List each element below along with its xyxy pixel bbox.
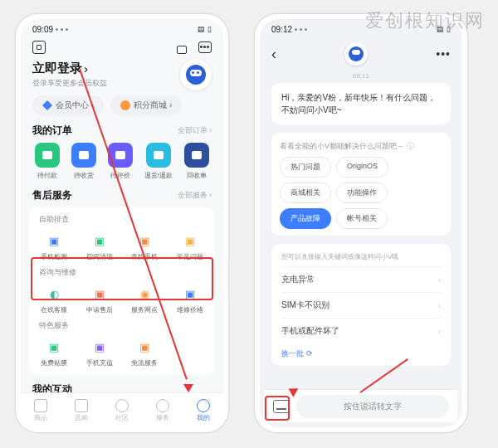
recharge-icon: ▣: [90, 338, 109, 356]
login-block[interactable]: 立即登录 登录享受更多会员权益: [32, 61, 107, 89]
points-mall-pill[interactable]: 积分商城 ›: [110, 95, 182, 115]
chip-account[interactable]: 帐号相关: [336, 208, 388, 229]
order-recycle[interactable]: 回收单: [184, 143, 209, 180]
keyboard-icon[interactable]: [273, 400, 290, 413]
person-icon: [197, 399, 210, 412]
aftersale-more-link[interactable]: 全部服务: [178, 190, 212, 201]
tab-community[interactable]: 社区: [115, 399, 129, 422]
suggest-card: 看看全能的小V都能解决什么问题吧～ⓘ 热门问题 OriginOS 商城相关 功能…: [271, 133, 451, 236]
apply-aftersale[interactable]: ▣申请售后: [78, 281, 122, 318]
tab-bar: 商品 选购 社区 服务 我的: [21, 392, 223, 427]
faq-sim[interactable]: SIM卡不识别: [281, 292, 441, 318]
chip-originos[interactable]: OriginOS: [336, 157, 388, 178]
phone-right: 09:12 ▤ ▯ ‹ ••• 09:11 Hi，亲爱的V粉，新年快乐！有什么问…: [254, 13, 468, 433]
input-bar: 按住说话转文字: [265, 389, 457, 422]
chat-time: 09:11: [260, 69, 462, 83]
consult-repair-label: 咨询与维修: [32, 267, 212, 281]
cart-icon[interactable]: [175, 41, 188, 54]
robot-icon: [186, 65, 206, 85]
order-pending-pay[interactable]: 待付款: [35, 143, 60, 180]
wallet-icon: [35, 143, 60, 168]
suggest-heading: 看看全能的小V都能解决什么问题吧～ⓘ: [280, 141, 442, 152]
login-title: 立即登录: [32, 61, 107, 76]
tab-service[interactable]: 服务: [156, 399, 169, 422]
tab-products[interactable]: 商品: [34, 399, 47, 422]
orders-title: 我的订单: [32, 124, 72, 138]
form-icon: ▣: [90, 285, 109, 303]
faq[interactable]: ▣常见问题: [168, 228, 212, 265]
aftersale-card: 自助排查 ▣手机检测 ▣空间清理 ▣查找手机 ▣常见问题 咨询与维修 ◐在线客服…: [29, 207, 215, 374]
orders-more-link[interactable]: 全部订单: [178, 125, 212, 136]
status-bar-2: 09:12 ▤ ▯: [260, 19, 462, 36]
home-icon: [34, 399, 47, 412]
refresh-button[interactable]: 换一批: [281, 343, 441, 361]
avatar[interactable]: [180, 59, 212, 90]
order-pending-review[interactable]: 待评价: [108, 143, 133, 180]
tab-mine[interactable]: 我的: [197, 399, 210, 422]
status-time: 09:09: [32, 25, 53, 34]
order-pending-receive[interactable]: 待收货: [71, 143, 96, 180]
location-icon: ◉: [135, 285, 154, 303]
coin-icon: [120, 100, 130, 110]
settings-icon[interactable]: [32, 41, 46, 54]
clean-icon: ▣: [90, 231, 109, 250]
community-icon: [115, 399, 129, 412]
list-hint: 您可以直接输入关键词或像这样问小V哦: [281, 249, 441, 266]
aftersale-title: 售后服务: [32, 188, 72, 202]
robot-icon-small: [349, 46, 364, 61]
chip-hot[interactable]: 热门问题: [280, 157, 331, 178]
login-subtitle: 登录享受更多会员权益: [32, 78, 107, 89]
truck-icon: [71, 143, 96, 168]
message-icon[interactable]: [198, 41, 212, 53]
chat-avatar[interactable]: [344, 42, 368, 66]
chip-fault[interactable]: 产品故障: [280, 208, 331, 229]
tab-shop[interactable]: 选购: [75, 399, 88, 422]
headset-icon: ◐: [45, 285, 63, 303]
selfhelp-label: 自助排查: [32, 214, 212, 228]
bag-icon: [75, 399, 88, 412]
phone-check[interactable]: ▣手机检测: [32, 228, 76, 265]
find-phone[interactable]: ▣查找手机: [123, 228, 167, 265]
chip-mall[interactable]: 商城相关: [280, 183, 331, 203]
price-icon: ▣: [181, 285, 199, 303]
back-button[interactable]: ‹: [271, 46, 276, 63]
free-data[interactable]: ▣免流服务: [123, 334, 167, 371]
service-icon: [156, 399, 169, 412]
data-icon: ▣: [135, 338, 154, 356]
status-time-2: 09:12: [271, 25, 292, 34]
more-button[interactable]: •••: [436, 47, 451, 61]
faq-list-card: 您可以直接输入关键词或像这样问小V哦 充电异常 SIM卡不识别 手机或配件坏了 …: [271, 244, 451, 366]
online-service[interactable]: ◐在线客服: [32, 281, 76, 318]
voice-input-button[interactable]: 按住说话转文字: [296, 395, 449, 418]
free-film[interactable]: ▣免费贴膜: [32, 334, 76, 371]
special-service-label: 特色服务: [32, 320, 212, 334]
status-indicators-2: ▤ ▯: [437, 25, 451, 33]
phone-recharge[interactable]: ▣手机充值: [78, 334, 122, 371]
greeting-bubble: Hi，亲爱的V粉，新年快乐！有什么问题，不妨问问小V吧~: [271, 83, 451, 124]
film-icon: ▣: [45, 338, 63, 356]
diamond-icon: [42, 100, 52, 110]
faq-broken[interactable]: 手机或配件坏了: [281, 318, 441, 343]
faq-icon: ▣: [181, 231, 199, 250]
phone-left: 09:09 ▤ ▯ 立即登录 登录享受更多会员权益 会员中心 › 积分商城 › …: [15, 13, 229, 433]
chip-function[interactable]: 功能操作: [336, 183, 388, 203]
refund-icon: [146, 143, 171, 168]
chat-icon: [108, 143, 133, 168]
repair-price[interactable]: ▣维修价格: [168, 281, 212, 318]
order-refund[interactable]: 退货/退款: [144, 143, 173, 180]
recycle-icon: [184, 143, 209, 168]
phone-check-icon: ▣: [45, 231, 63, 250]
member-center-pill[interactable]: 会员中心 ›: [32, 95, 104, 115]
space-clean[interactable]: ▣空间清理: [78, 228, 122, 265]
faq-charging[interactable]: 充电异常: [281, 266, 441, 292]
service-points[interactable]: ◉服务网点: [123, 281, 167, 318]
locate-icon: ▣: [135, 231, 154, 250]
status-indicators: ▤ ▯: [198, 25, 212, 33]
status-bar: 09:09 ▤ ▯: [21, 19, 223, 36]
